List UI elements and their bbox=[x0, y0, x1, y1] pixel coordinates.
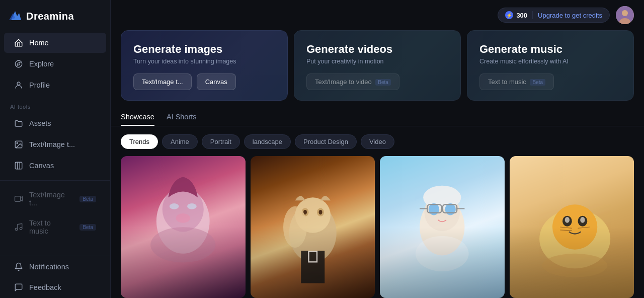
grid-item-3[interactable] bbox=[380, 156, 505, 298]
svg-point-11 bbox=[15, 228, 18, 231]
music-icon bbox=[14, 222, 23, 232]
svg-point-45 bbox=[578, 216, 587, 227]
text-image-video-button[interactable]: Text/Image to video Beta bbox=[306, 73, 399, 90]
svg-point-25 bbox=[316, 208, 324, 216]
beta-badge-video-hero: Beta bbox=[375, 79, 391, 86]
svg-point-27 bbox=[318, 210, 322, 214]
sidebar-item-feedback-label: Feedback bbox=[29, 283, 61, 291]
compass-icon bbox=[14, 59, 23, 68]
credits-area: ⚡ 300 Upgrade to get credits bbox=[498, 8, 610, 23]
svg-point-41 bbox=[416, 236, 469, 272]
sidebar-item-notifications[interactable]: Notifications bbox=[4, 257, 106, 277]
svg-point-18 bbox=[170, 203, 179, 209]
hero-card-videos: Generate videos Put your creativity in m… bbox=[294, 30, 461, 101]
text-music-button[interactable]: Text to music Beta bbox=[479, 73, 554, 90]
svg-point-16 bbox=[156, 189, 210, 254]
beta-badge-video: Beta bbox=[79, 196, 96, 202]
svg-point-34 bbox=[423, 186, 461, 209]
hero-videos-title: Generate videos bbox=[306, 43, 448, 56]
svg-point-31 bbox=[283, 206, 307, 248]
svg-point-32 bbox=[420, 199, 464, 256]
svg-point-6 bbox=[17, 142, 18, 143]
svg-rect-29 bbox=[308, 251, 317, 263]
tabs-area: Showcase AI Shorts bbox=[111, 109, 644, 126]
svg-point-43 bbox=[552, 204, 597, 249]
svg-rect-28 bbox=[301, 251, 325, 283]
canvas-button[interactable]: Canvas bbox=[197, 73, 236, 90]
hero-music-buttons: Text to music Beta bbox=[479, 73, 621, 90]
grid-image-1 bbox=[121, 156, 246, 298]
main-nav: Home Explore Profile AI tools Assets T bbox=[0, 32, 110, 298]
sidebar-item-home[interactable]: Home bbox=[4, 33, 106, 53]
svg-point-20 bbox=[176, 213, 190, 223]
upgrade-link[interactable]: Upgrade to get credits bbox=[538, 12, 602, 19]
filter-video[interactable]: Video bbox=[361, 134, 394, 149]
filter-product-design[interactable]: Product Design bbox=[295, 134, 357, 149]
hero-images-subtitle: Turn your ideas into stunning images bbox=[133, 58, 275, 65]
message-icon bbox=[14, 283, 23, 292]
hero-videos-buttons: Text/Image to video Beta bbox=[306, 73, 448, 90]
sidebar-item-feedback[interactable]: Feedback bbox=[4, 277, 106, 297]
sidebar-item-canvas[interactable]: Canvas bbox=[4, 156, 106, 176]
hero-card-music: Generate music Create music effortlessly… bbox=[467, 30, 634, 101]
image-grid bbox=[111, 156, 644, 298]
sidebar-item-text-music-label: Text to music bbox=[29, 219, 71, 235]
top-header: ⚡ 300 Upgrade to get credits bbox=[111, 0, 644, 30]
sidebar-item-text-image-label: Text/Image t... bbox=[29, 140, 75, 148]
svg-point-26 bbox=[303, 210, 306, 214]
credits-icon: ⚡ bbox=[505, 11, 513, 19]
sidebar-item-explore[interactable]: Explore bbox=[4, 54, 106, 74]
svg-line-48 bbox=[560, 227, 572, 228]
sidebar-bottom: Notifications Feedback bbox=[0, 256, 110, 298]
svg-point-35 bbox=[429, 203, 439, 215]
sidebar-item-profile[interactable]: Profile bbox=[4, 75, 106, 95]
svg-point-14 bbox=[622, 10, 628, 16]
filter-portrait[interactable]: Portrait bbox=[202, 134, 240, 149]
grid-item-4[interactable] bbox=[510, 156, 634, 298]
sidebar-item-assets[interactable]: Assets bbox=[4, 113, 106, 133]
filter-landscape[interactable]: landscape bbox=[244, 134, 291, 149]
svg-line-50 bbox=[578, 227, 590, 228]
bell-icon bbox=[14, 262, 23, 271]
sidebar-item-text-image-video[interactable]: Text/Image t... Beta bbox=[4, 185, 106, 212]
svg-point-42 bbox=[539, 209, 610, 269]
home-icon bbox=[14, 38, 23, 47]
filter-trends[interactable]: Trends bbox=[121, 134, 158, 149]
filter-anime[interactable]: Anime bbox=[162, 134, 198, 149]
sidebar-item-text-image[interactable]: Text/Image t... bbox=[4, 134, 106, 155]
logo-text: Dreamina bbox=[26, 11, 74, 22]
grid-item-2[interactable] bbox=[251, 156, 375, 298]
user-avatar[interactable] bbox=[616, 6, 634, 24]
video-icon bbox=[14, 194, 23, 203]
sidebar-item-text-music[interactable]: Text to music Beta bbox=[4, 213, 106, 241]
svg-point-24 bbox=[301, 208, 308, 216]
hero-music-subtitle: Create music effortlessly with AI bbox=[479, 58, 621, 65]
tab-showcase[interactable]: Showcase bbox=[121, 109, 154, 126]
text-image-button[interactable]: Text/Image t... bbox=[133, 73, 192, 90]
svg-point-17 bbox=[163, 187, 204, 232]
svg-point-22 bbox=[289, 203, 336, 263]
svg-point-44 bbox=[562, 216, 572, 227]
avatar-image bbox=[616, 6, 634, 24]
sidebar-item-home-label: Home bbox=[29, 39, 49, 47]
svg-point-47 bbox=[580, 217, 585, 223]
svg-point-2 bbox=[15, 60, 22, 67]
image-generate-icon bbox=[14, 140, 23, 149]
svg-point-19 bbox=[187, 203, 197, 209]
filter-pills: Trends Anime Portrait landscape Product … bbox=[111, 134, 644, 156]
svg-rect-10 bbox=[15, 196, 21, 202]
sidebar: Dreamina Home Explore Profile AI tools bbox=[0, 0, 111, 298]
tab-ai-shorts[interactable]: AI Shorts bbox=[167, 109, 197, 126]
hero-card-images: Generate images Turn your ideas into stu… bbox=[121, 30, 288, 101]
grid-item-1[interactable] bbox=[121, 156, 246, 298]
hero-section: Generate images Turn your ideas into stu… bbox=[111, 30, 644, 109]
svg-rect-7 bbox=[15, 162, 22, 169]
svg-point-51 bbox=[542, 254, 607, 277]
hero-images-buttons: Text/Image t... Canvas bbox=[133, 73, 275, 90]
svg-point-33 bbox=[425, 193, 460, 231]
sidebar-item-canvas-label: Canvas bbox=[29, 162, 54, 170]
svg-point-4 bbox=[17, 82, 20, 85]
svg-rect-37 bbox=[427, 204, 441, 212]
beta-badge-music-hero: Beta bbox=[530, 79, 545, 86]
svg-point-36 bbox=[445, 203, 456, 215]
